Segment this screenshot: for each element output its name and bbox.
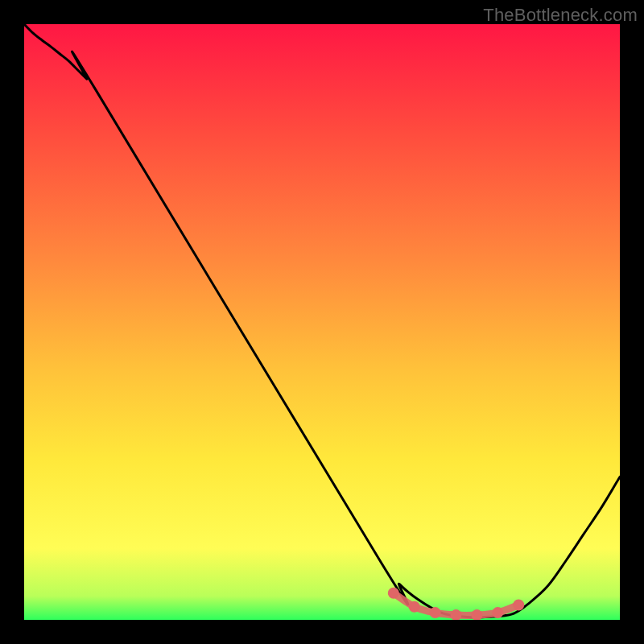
highlight-point <box>430 607 441 618</box>
highlight-point <box>492 607 503 618</box>
chart-canvas <box>24 24 620 620</box>
highlight-point <box>388 588 399 599</box>
chart-background <box>24 24 620 620</box>
figure-frame: TheBottleneck.com <box>0 0 644 644</box>
highlight-point <box>513 600 524 611</box>
highlight-point <box>409 601 420 613</box>
watermark-text: TheBottleneck.com <box>483 5 638 26</box>
